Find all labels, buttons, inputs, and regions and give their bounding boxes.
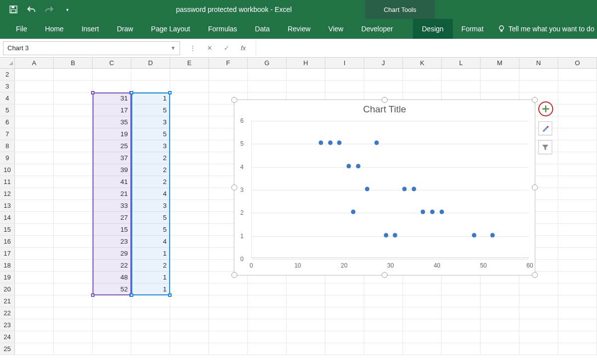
cell-H3[interactable] [287, 81, 325, 92]
cell-M22[interactable] [481, 307, 519, 319]
column-header-D[interactable]: D [131, 58, 170, 68]
cell-O25[interactable] [558, 343, 597, 355]
cell-E8[interactable] [170, 140, 209, 152]
row-header-24[interactable]: 24 [0, 331, 15, 343]
cell-A18[interactable] [15, 260, 54, 272]
cell-L2[interactable] [442, 69, 481, 81]
row-header-13[interactable]: 13 [0, 200, 15, 212]
name-box[interactable]: Chart 3 ▼ [3, 41, 180, 55]
cell-A5[interactable] [15, 104, 54, 116]
cell-A12[interactable] [15, 188, 54, 200]
formula-input[interactable] [256, 41, 597, 55]
cell-D10[interactable]: 2 [131, 164, 170, 176]
cell-C17[interactable]: 29 [93, 248, 131, 260]
cell-N22[interactable] [519, 307, 558, 319]
tell-me-search[interactable]: Tell me what you want to do [493, 19, 595, 39]
chevron-down-icon[interactable]: ▼ [171, 45, 176, 51]
cell-E9[interactable] [170, 152, 209, 164]
cell-H24[interactable] [287, 331, 325, 343]
column-header-O[interactable]: O [558, 58, 597, 68]
cell-L24[interactable] [442, 331, 481, 343]
chart-filters-button[interactable] [538, 140, 552, 154]
cell-K21[interactable] [403, 295, 442, 307]
cell-D23[interactable] [131, 319, 170, 331]
cell-C4[interactable]: 31 [93, 92, 131, 104]
cell-B15[interactable] [54, 224, 93, 236]
tab-file[interactable]: File [7, 19, 36, 39]
cell-C13[interactable]: 33 [93, 200, 131, 212]
cell-I25[interactable] [325, 343, 364, 355]
cell-A21[interactable] [15, 295, 54, 307]
cell-B21[interactable] [54, 295, 93, 307]
cell-H25[interactable] [287, 343, 325, 355]
row-header-20[interactable]: 20 [0, 283, 15, 295]
cell-G20[interactable] [248, 283, 287, 295]
cell-E13[interactable] [170, 200, 209, 212]
cell-J21[interactable] [364, 295, 403, 307]
cancel-entry-icon[interactable]: ✕ [205, 44, 214, 52]
row-header-16[interactable]: 16 [0, 236, 15, 248]
data-point[interactable] [328, 141, 332, 145]
column-header-A[interactable]: A [15, 58, 54, 68]
cell-E5[interactable] [170, 104, 209, 116]
cell-N24[interactable] [519, 331, 558, 343]
cell-D20[interactable]: 1 [131, 283, 170, 295]
cell-D12[interactable]: 4 [131, 188, 170, 200]
row-header-22[interactable]: 22 [0, 307, 15, 319]
cell-H23[interactable] [287, 319, 325, 331]
column-header-B[interactable]: B [54, 58, 93, 68]
tab-page-layout[interactable]: Page Layout [142, 19, 199, 39]
data-point[interactable] [393, 233, 398, 237]
cell-E2[interactable] [170, 69, 209, 81]
cell-F3[interactable] [209, 81, 248, 92]
cell-A6[interactable] [15, 116, 54, 128]
cell-D13[interactable]: 3 [131, 200, 170, 212]
cell-N23[interactable] [519, 319, 558, 331]
cell-A11[interactable] [15, 176, 54, 188]
row-header-2[interactable]: 2 [0, 69, 15, 81]
row-header-25[interactable]: 25 [0, 343, 15, 355]
cell-I20[interactable] [325, 283, 364, 295]
cell-A24[interactable] [15, 331, 54, 343]
cell-A23[interactable] [15, 319, 54, 331]
cell-B14[interactable] [54, 212, 93, 224]
data-point[interactable] [351, 210, 356, 214]
column-header-J[interactable]: J [364, 58, 403, 68]
data-point[interactable] [472, 233, 477, 237]
cell-B10[interactable] [54, 164, 93, 176]
cell-B4[interactable] [54, 92, 93, 104]
cell-G22[interactable] [248, 307, 287, 319]
cell-C23[interactable] [93, 319, 131, 331]
column-header-F[interactable]: F [209, 58, 248, 68]
cell-L3[interactable] [442, 81, 481, 92]
cell-K22[interactable] [403, 307, 442, 319]
cell-B23[interactable] [54, 319, 93, 331]
cell-L20[interactable] [442, 283, 481, 295]
cell-C11[interactable]: 41 [93, 176, 131, 188]
cell-D18[interactable]: 2 [131, 260, 170, 272]
cell-N20[interactable] [519, 283, 558, 295]
cell-D19[interactable]: 1 [131, 272, 170, 283]
cell-E10[interactable] [170, 164, 209, 176]
cell-E17[interactable] [170, 248, 209, 260]
select-all-corner[interactable] [0, 58, 15, 68]
cell-J20[interactable] [364, 283, 403, 295]
cell-A19[interactable] [15, 272, 54, 283]
cell-E23[interactable] [170, 319, 209, 331]
data-point[interactable] [319, 141, 323, 145]
cell-C15[interactable]: 15 [93, 224, 131, 236]
cell-E25[interactable] [170, 343, 209, 355]
tab-data[interactable]: Data [246, 19, 279, 39]
cell-A20[interactable] [15, 283, 54, 295]
data-point[interactable] [421, 210, 425, 214]
cell-D2[interactable] [131, 69, 170, 81]
row-header-21[interactable]: 21 [0, 295, 15, 307]
cell-C21[interactable] [93, 295, 131, 307]
row-header-18[interactable]: 18 [0, 260, 15, 272]
cell-M23[interactable] [481, 319, 519, 331]
cell-C12[interactable]: 21 [93, 188, 131, 200]
cell-O6[interactable] [558, 116, 597, 128]
row-header-3[interactable]: 3 [0, 81, 15, 92]
cell-D15[interactable]: 5 [131, 224, 170, 236]
cell-J24[interactable] [364, 331, 403, 343]
